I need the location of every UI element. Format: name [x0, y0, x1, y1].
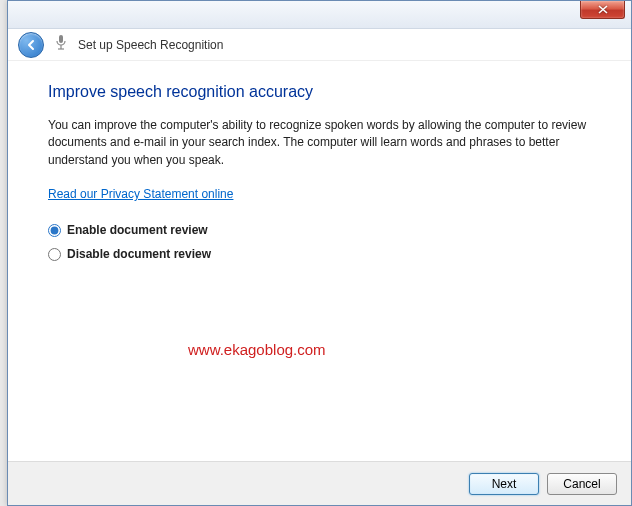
back-button[interactable]	[18, 32, 44, 58]
radio-disable-label: Disable document review	[67, 247, 211, 261]
close-button[interactable]	[580, 1, 625, 19]
wizard-footer: Next Cancel	[8, 461, 631, 505]
wizard-header: Set up Speech Recognition	[8, 29, 631, 61]
cancel-button[interactable]: Cancel	[547, 473, 617, 495]
page-description: You can improve the computer's ability t…	[48, 117, 591, 169]
page-heading: Improve speech recognition accuracy	[48, 83, 591, 101]
option-enable-document-review[interactable]: Enable document review	[48, 223, 591, 237]
close-icon	[598, 5, 608, 14]
titlebar	[8, 1, 631, 29]
radio-enable-label: Enable document review	[67, 223, 208, 237]
microphone-icon	[54, 34, 68, 55]
wizard-title: Set up Speech Recognition	[78, 38, 223, 52]
radio-disable[interactable]	[48, 248, 61, 261]
watermark-text: www.ekagoblog.com	[188, 341, 326, 358]
next-button[interactable]: Next	[469, 473, 539, 495]
wizard-window: Set up Speech Recognition Improve speech…	[7, 0, 632, 506]
svg-rect-0	[59, 35, 63, 43]
wizard-content: Improve speech recognition accuracy You …	[8, 61, 631, 461]
privacy-statement-link[interactable]: Read our Privacy Statement online	[48, 187, 233, 201]
option-disable-document-review[interactable]: Disable document review	[48, 247, 591, 261]
document-review-options: Enable document review Disable document …	[48, 223, 591, 261]
radio-enable[interactable]	[48, 224, 61, 237]
arrow-left-icon	[24, 38, 38, 52]
